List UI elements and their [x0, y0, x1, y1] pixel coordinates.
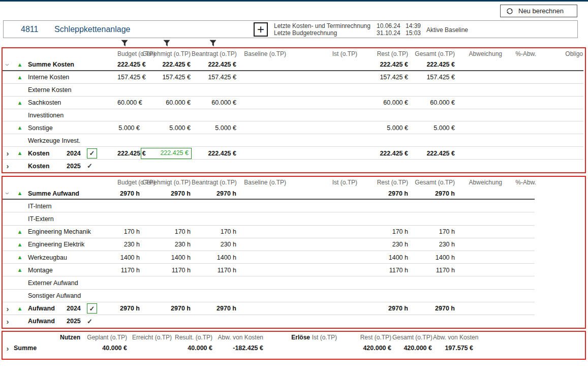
value-cell: 197.575 €: [433, 345, 474, 352]
value-cell: 2970 h: [117, 305, 141, 312]
checkbox-cell: ✓: [87, 318, 117, 325]
column-header: Baseline (o.TP): [237, 50, 287, 57]
genehmigt-input-cell[interactable]: 222.425 €: [141, 148, 192, 159]
value-cell: 2970 h: [409, 190, 456, 197]
chevron-right-icon[interactable]: ›: [7, 149, 9, 157]
tbl-kosten-header-row: Budget (o.TP)Genehmigt (o.TP)Beantragt (…: [3, 48, 585, 58]
value-cell: 1170 h: [117, 267, 141, 274]
value-cell: 170 h: [141, 228, 192, 235]
table-row: ›▲Summe Aufwand2970 h2970 h2970 h2970 h2…: [3, 187, 585, 200]
recalculate-button[interactable]: Neu berechnen: [500, 5, 577, 17]
column-header: Erlöse: [264, 334, 311, 341]
chevron-right-icon[interactable]: ›: [7, 345, 9, 352]
trend-up-icon: ▲: [17, 100, 23, 106]
column-header: Abw. von Kosten: [433, 334, 474, 341]
chevron-down-icon[interactable]: ›: [4, 64, 12, 66]
table-row: ▲Sonstige5.000 €5.000 €5.000 €5.000 €5.0…: [3, 121, 585, 134]
row-label: Kosten: [27, 163, 67, 170]
value-cell: 157.425 €: [192, 74, 237, 81]
column-header: Nutzen: [53, 334, 81, 341]
row-year: 2024: [67, 150, 87, 157]
value-cell: 420.000 €: [338, 345, 392, 352]
column-header: Gesamt (o.TP): [409, 50, 456, 57]
row-label: Engineering Mechanik: [27, 228, 67, 235]
calc-info-date: 31.10.24: [377, 29, 406, 37]
column-header: Genehmigt (o.TP): [141, 50, 192, 57]
checkbox[interactable]: ✓: [87, 303, 97, 314]
value-cell: 1170 h: [192, 267, 237, 274]
column-header: %-Abw.: [503, 50, 537, 57]
value-cell: 157.425 €: [117, 74, 141, 81]
table-row: ›▲Aufwand2024✓2970 h2970 h2970 h2970 h29…: [3, 302, 585, 315]
value-cell: 157.425 €: [358, 74, 409, 81]
value-cell: 420.000 €: [392, 345, 433, 352]
checkbox-cell: ✓: [87, 163, 117, 169]
summe-table: NutzenGeplant (o.TP)Erreicht (o.TP)Resul…: [2, 331, 586, 360]
column-header: Budget (o.TP): [117, 50, 141, 57]
table-row: IT-Extern: [3, 212, 585, 225]
tbl-kosten-body: ›▲Summe Kosten222.425 €222.425 €222.425 …: [3, 58, 585, 172]
check-icon[interactable]: ✓: [87, 318, 92, 325]
row-label: Sonstige: [27, 124, 67, 132]
value-cell: -182.425 €: [213, 345, 264, 352]
check-icon: ✓: [89, 305, 95, 312]
row-label: Summe Aufwand: [27, 190, 67, 197]
calc-info-label: Letzte Budgetrechnung: [274, 29, 377, 37]
chevron-down-icon[interactable]: ›: [4, 192, 12, 195]
row-label: Externer Aufwand: [27, 279, 67, 287]
row-label: Aufwand: [27, 318, 67, 325]
value-cell: 2970 h: [192, 190, 237, 197]
value-cell: 1400 h: [117, 254, 141, 261]
row-label: Sonstiger Aufwand: [27, 292, 67, 299]
column-header: Rest (o.TP): [358, 179, 409, 186]
row-label: Montage: [27, 267, 67, 274]
project-header: 4811 Schleppkettenanlage + Letzte Kosten…: [3, 20, 578, 38]
value-cell: 222.425 €: [358, 61, 409, 68]
row-label: Kosten: [27, 150, 67, 157]
check-icon[interactable]: ✓: [87, 163, 92, 169]
value-cell: 1400 h: [192, 254, 237, 261]
value-cell: 60.000 €: [358, 99, 409, 106]
value-cell: 222.425 €: [358, 150, 409, 157]
row-label: Summe: [13, 345, 53, 352]
value-cell: 2970 h: [409, 305, 456, 312]
table-row: ›Kosten2025✓: [3, 160, 585, 172]
checkbox[interactable]: ✓: [87, 148, 97, 159]
trend-up-icon: ▲: [17, 150, 23, 156]
value-cell: 2970 h: [358, 305, 409, 312]
chevron-right-icon[interactable]: ›: [7, 305, 9, 312]
column-header: Rest (o.TP): [338, 334, 392, 341]
value-cell: 1400 h: [358, 254, 409, 261]
column-header: Obligo: [537, 50, 584, 57]
project-name: Schleppkettenanlage: [54, 25, 130, 34]
checkbox-cell: ✓: [87, 148, 117, 159]
table-row: ▲Interne Kosten157.425 €157.425 €157.425…: [3, 71, 585, 84]
table-row: ›Aufwand2025✓: [3, 315, 585, 328]
value-cell: 1170 h: [358, 267, 409, 274]
calc-info-row: Letzte Budgetrechnung 31.10.24 15:03: [274, 29, 421, 37]
filter-icon[interactable]: [209, 40, 217, 47]
value-cell: 222.425 €: [141, 61, 192, 68]
table-row: ›Summe40.000 €40.000 €-182.425 €420.000 …: [3, 342, 585, 354]
table-row: Externe Kosten: [3, 84, 585, 97]
table-row: ▲Sachkosten60.000 €60.000 €60.000 €60.00…: [3, 97, 585, 109]
value-cell: 1400 h: [409, 254, 456, 261]
value-cell: 222.425 €: [409, 150, 456, 157]
column-header: Geplant (o.TP): [81, 334, 128, 341]
chevron-right-icon[interactable]: ›: [7, 318, 9, 325]
column-header: Ist (o.TP): [287, 50, 358, 57]
add-button[interactable]: +: [254, 22, 268, 37]
column-header: Budget (o.TP): [117, 179, 141, 186]
filter-icon[interactable]: [163, 40, 171, 47]
row-year: 2025: [67, 163, 87, 170]
chevron-right-icon[interactable]: ›: [7, 162, 9, 170]
value-cell: 222.425 €: [117, 150, 141, 157]
filter-icon[interactable]: [121, 40, 129, 47]
calc-info-label: Letzte Kosten- und Terminrechnung: [274, 22, 377, 29]
tbl-aufwand-header-row: Budget (o.TP)Genehmigt (o.TP)Beantragt (…: [3, 177, 585, 187]
value-cell: 230 h: [192, 241, 237, 248]
value-cell: 2970 h: [141, 190, 192, 197]
column-header: Result. (o.TP): [173, 334, 213, 341]
table-row: ▲Montage1170 h1170 h1170 h1170 h1170 h: [3, 264, 585, 276]
project-number: 4811: [21, 25, 38, 34]
